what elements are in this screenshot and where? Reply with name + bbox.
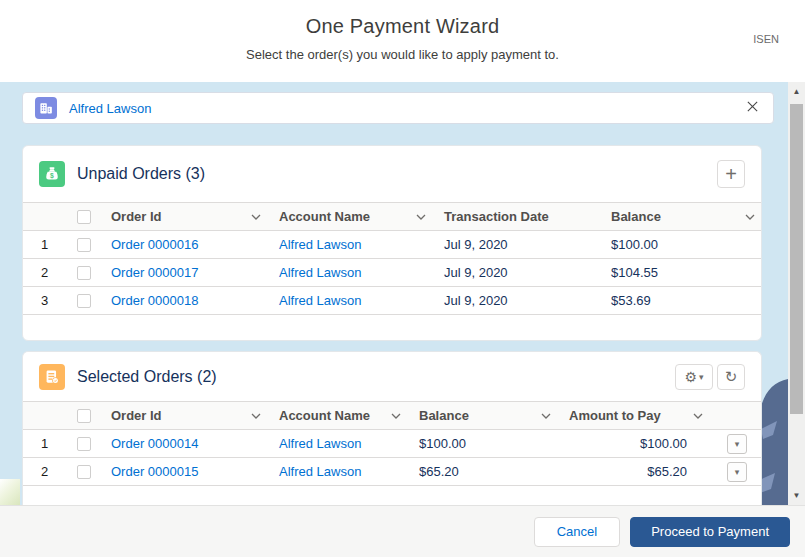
table-row: 1 Order 0000016 Alfred Lawson Jul 9, 202… [23,231,761,259]
balance-value: $100.00 [601,237,762,252]
table-row: 2 Order 0000015 Alfred Lawson $65.20 $65… [23,458,761,486]
selected-table-header: Order Id Account Name Balance Amount to … [23,401,761,430]
unpaid-orders-title: Unpaid Orders (3) [77,165,205,183]
chevron-down-icon[interactable] [391,413,401,419]
chevron-down-icon[interactable] [745,214,755,220]
scroll-down-button[interactable]: ▼ [788,488,805,503]
selected-orders-title: Selected Orders (2) [77,368,217,386]
table-row: 2 Order 0000017 Alfred Lawson Jul 9, 202… [23,259,761,287]
order-link[interactable]: Order 0000015 [111,464,198,479]
gear-icon: ⚙ [684,369,697,385]
account-icon [35,97,57,119]
proceed-to-payment-button[interactable]: Proceed to Payment [630,517,790,547]
select-all-checkbox[interactable] [77,409,91,423]
plus-icon: + [725,164,737,184]
account-link[interactable]: Alfred Lawson [279,293,361,308]
column-header-balance[interactable]: Balance [409,402,559,429]
account-link[interactable]: Alfred Lawson [279,436,361,451]
row-checkbox[interactable] [77,294,91,308]
column-header-order-id[interactable]: Order Id [101,203,269,230]
transaction-date: Jul 9, 2020 [434,293,601,308]
chevron-down-icon: ▾ [735,439,740,449]
row-number: 1 [23,436,66,451]
row-checkbox[interactable] [77,266,91,280]
transaction-date: Jul 9, 2020 [434,237,601,252]
order-link[interactable]: Order 0000017 [111,265,198,280]
amount-to-pay-value: $65.20 [559,464,711,479]
refresh-button[interactable]: ↻ [717,364,745,390]
column-header-balance[interactable]: Balance [601,203,762,230]
wizard-footer: Cancel Proceed to Payment [0,505,805,557]
column-header-amount-to-pay[interactable]: Amount to Pay [559,402,711,429]
amount-to-pay-value: $100.00 [559,436,711,451]
row-checkbox[interactable] [77,465,91,479]
refresh-icon: ↻ [725,368,738,386]
chevron-down-icon[interactable] [416,214,426,220]
selected-orders-header: Selected Orders (2) ⚙ ▾ ↻ [23,352,761,401]
balance-value: $104.55 [601,265,762,280]
balance-value: $100.00 [409,436,559,451]
account-link[interactable]: Alfred Lawson [279,265,361,280]
order-link[interactable]: Order 0000018 [111,293,198,308]
account-link[interactable]: Alfred Lawson [279,464,361,479]
balance-value: $53.69 [601,293,762,308]
settings-dropdown-button[interactable]: ⚙ ▾ [675,364,713,390]
unpaid-table-header: Order Id Account Name Transaction Date B… [23,202,761,231]
unpaid-orders-card: $ Unpaid Orders (3) + Order Id Account N… [22,145,762,341]
balance-value: $65.20 [409,464,559,479]
background-grass [0,479,20,505]
scrollbar-thumb[interactable] [790,104,803,414]
row-actions-button[interactable]: ▾ [727,434,747,454]
page-subtitle: Select the order(s) you would like to ap… [0,47,805,62]
order-link[interactable]: Order 0000016 [111,237,198,252]
caret-down-icon: ▾ [699,372,704,382]
chevron-down-icon[interactable] [693,413,703,419]
table-row: 3 Order 0000018 Alfred Lawson Jul 9, 202… [23,287,761,315]
chevron-down-icon: ▾ [735,467,740,477]
close-icon [746,100,759,116]
chevron-down-icon[interactable] [251,413,261,419]
column-header-order-id[interactable]: Order Id [101,402,269,429]
vertical-scrollbar[interactable]: ▲ ▼ [788,82,805,505]
clear-lookup-button[interactable] [743,99,761,117]
account-lookup-field[interactable]: Alfred Lawson [22,92,774,124]
row-checkbox[interactable] [77,238,91,252]
row-checkbox[interactable] [77,437,91,451]
select-all-checkbox[interactable] [77,210,91,224]
row-number: 1 [23,237,66,252]
column-header-account-name[interactable]: Account Name [269,402,409,429]
page-title: One Payment Wizard [0,0,805,38]
chevron-down-icon[interactable] [251,214,261,220]
order-link[interactable]: Order 0000014 [111,436,198,451]
row-number: 2 [23,265,66,280]
account-link[interactable]: Alfred Lawson [279,237,361,252]
scroll-up-button[interactable]: ▲ [788,84,805,99]
wizard-header: One Payment Wizard Select the order(s) y… [0,0,805,82]
cancel-button[interactable]: Cancel [534,517,620,547]
row-actions-button[interactable]: ▾ [727,462,747,482]
row-number: 3 [23,293,66,308]
money-bag-icon: $ [39,161,65,187]
chevron-down-icon[interactable] [541,413,551,419]
add-order-button[interactable]: + [717,160,745,188]
modal-body: Alfred Lawson $ Unpaid Orders (3) + [0,82,788,505]
lookup-selected-value: Alfred Lawson [69,101,151,116]
column-header-transaction-date[interactable]: Transaction Date [434,203,601,230]
selected-orders-card: Selected Orders (2) ⚙ ▾ ↻ Order Id Accou… [22,351,762,505]
unpaid-orders-header: $ Unpaid Orders (3) + [23,146,761,202]
transaction-date: Jul 9, 2020 [434,265,601,280]
row-number: 2 [23,464,66,479]
column-header-account-name[interactable]: Account Name [269,203,434,230]
svg-text:$: $ [50,172,54,180]
table-row: 1 Order 0000014 Alfred Lawson $100.00 $1… [23,430,761,458]
orders-icon [39,364,65,390]
corner-text: ISEN [753,33,779,45]
